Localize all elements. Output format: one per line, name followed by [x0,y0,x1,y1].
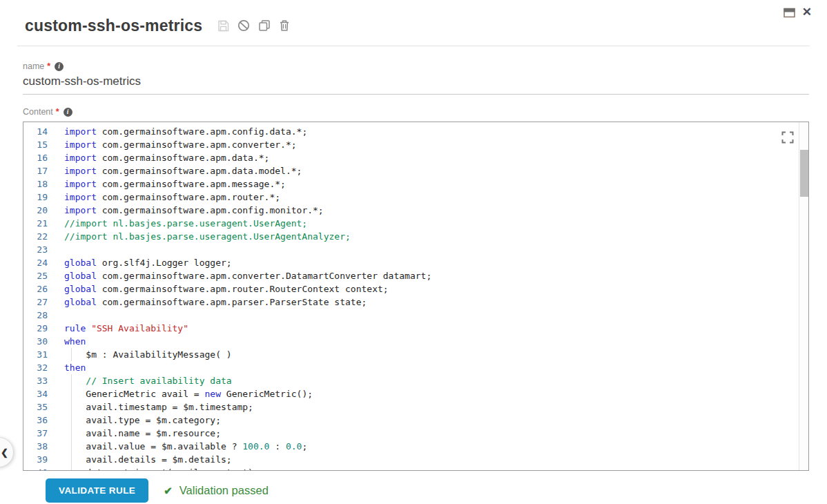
code-line[interactable]: 39 avail.details = $m.details; [23,453,808,466]
line-number: 37 [23,427,48,440]
code-text: avail.name = $m.resource; [64,428,221,438]
code-line[interactable]: 16import com.germainsoftware.apm.data.*; [23,151,808,164]
header: custom-ssh-os-metrics [0,0,827,35]
line-number: 21 [23,217,48,230]
code-text: import com.germainsoftware.apm.message.*… [64,179,286,189]
disable-icon[interactable] [237,19,250,35]
chevron-left-icon: ❮ [1,447,8,458]
line-number: 20 [23,204,48,217]
code-text: datamart.insert(avail, context); [64,467,259,471]
code-text: global org.slf4j.Logger logger; [64,258,232,268]
code-text: import com.germainsoftware.apm.data.*; [64,153,269,163]
line-number: 28 [23,309,48,322]
code-line[interactable]: 14import com.germainsoftware.apm.config.… [23,125,808,138]
code-text: avail.value = $m.available ? 100.0 : 0.0… [64,441,307,452]
line-number: 36 [23,414,48,427]
title-action-bar [217,19,290,35]
code-line[interactable]: 18import com.germainsoftware.apm.message… [23,177,808,191]
code-text: import com.germainsoftware.apm.config.da… [64,126,307,137]
code-line[interactable]: 21//import nl.basjes.parse.useragent.Use… [23,217,808,230]
copy-icon[interactable] [258,19,271,35]
code-text: avail.type = $m.category; [64,415,221,425]
code-line[interactable]: 30when [23,335,808,348]
line-number: 32 [23,361,48,374]
code-text: when [64,336,86,347]
line-number: 24 [23,256,48,269]
line-number: 26 [23,282,48,295]
code-line[interactable]: 15import com.germainsoftware.apm.convert… [23,138,808,151]
line-number: 29 [23,322,48,335]
required-asterisk: * [56,107,59,117]
code-text: //import nl.basjes.parse.useragent.UserA… [64,218,307,229]
code-line[interactable]: 27global com.germainsoftware.apm.parser.… [23,295,808,309]
save-icon[interactable] [217,20,229,35]
name-label-text: name [23,61,44,71]
code-line[interactable]: 33 // Insert availability data [23,374,808,387]
code-line[interactable]: 37 avail.name = $m.resource; [23,427,808,440]
code-text: import com.germainsoftware.apm.config.mo… [64,205,324,215]
line-number: 39 [23,453,48,466]
code-line[interactable]: 40 datamart.insert(avail, context); [23,466,808,471]
window-controls: ✕ [784,7,812,18]
code-line[interactable]: 29rule "SSH Availability" [23,322,808,335]
line-number: 30 [23,335,48,348]
editor-scrollbar[interactable] [799,122,808,470]
name-info-icon[interactable]: i [55,62,64,71]
required-asterisk: * [47,61,50,71]
code-line[interactable]: 34 GenericMetric avail = new GenericMetr… [23,387,808,400]
code-lines[interactable]: 14import com.germainsoftware.apm.config.… [23,122,808,471]
line-number: 23 [23,243,48,256]
name-input[interactable] [23,71,809,95]
code-line[interactable]: 36 avail.type = $m.category; [23,414,808,427]
code-text: import com.germainsoftware.apm.converter… [64,139,297,150]
close-icon[interactable]: ✕ [802,7,812,18]
line-number: 22 [23,230,48,243]
code-text: GenericMetric avail = new GenericMetric(… [64,389,313,399]
page-title: custom-ssh-os-metrics [25,17,202,35]
content-label-text: Content [23,107,53,117]
line-number: 34 [23,387,48,400]
code-line[interactable]: 25global com.germainsoftware.apm.convert… [23,269,808,282]
code-text: rule "SSH Availability" [64,323,188,333]
scrollbar-thumb[interactable] [800,150,808,197]
code-line[interactable]: 35 avail.timestamp = $m.timestamp; [23,400,808,414]
window-maximize-icon[interactable] [784,8,795,18]
content-info-icon[interactable]: i [64,108,72,117]
code-line[interactable]: 31 $m : AvailabilityMessage( ) [23,348,808,361]
line-number: 27 [23,295,48,309]
line-number: 31 [23,348,48,361]
code-text: // Insert availability data [64,376,232,386]
header-divider [17,46,810,46]
line-number: 16 [23,151,48,164]
code-line[interactable]: 20import com.germainsoftware.apm.config.… [23,204,808,217]
code-line[interactable]: 23 [23,243,808,256]
code-text: global com.germainsoftware.apm.router.Ro… [64,284,389,294]
line-number: 17 [23,164,48,177]
line-number: 15 [23,138,48,151]
code-line[interactable]: 22//import nl.basjes.parse.useragent.Use… [23,230,808,243]
code-text: //import nl.basjes.parse.useragent.UserA… [64,231,351,242]
line-number: 14 [23,125,48,138]
code-text: import com.germainsoftware.apm.data.mode… [64,166,302,176]
code-text: global com.germainsoftware.apm.converter… [64,271,431,281]
code-text: import com.germainsoftware.apm.router.*; [64,192,280,202]
code-text: then [64,362,86,373]
fullscreen-icon[interactable] [781,131,794,146]
code-line[interactable]: 24global org.slf4j.Logger logger; [23,256,808,269]
code-editor[interactable]: 14import com.germainsoftware.apm.config.… [23,122,809,471]
code-text: avail.timestamp = $m.timestamp; [64,402,253,412]
code-line[interactable]: 19import com.germainsoftware.apm.router.… [23,191,808,204]
footer: VALIDATE RULE ✔ Validation passed [46,478,791,503]
code-line[interactable]: 38 avail.value = $m.available ? 100.0 : … [23,440,808,453]
code-line[interactable]: 32then [23,361,808,374]
code-line[interactable]: 28 [23,309,808,322]
validate-rule-button[interactable]: VALIDATE RULE [46,478,148,503]
code-line[interactable]: 26global com.germainsoftware.apm.router.… [23,282,808,295]
content-field-label: Content* i [23,107,809,117]
code-line[interactable]: 17import com.germainsoftware.apm.data.mo… [23,164,808,177]
line-number: 19 [23,191,48,204]
delete-icon[interactable] [279,19,290,35]
name-field-label: name* i [23,61,809,71]
rule-form: name* i Content* i 14import com.germains… [23,61,809,503]
collapse-panel-handle[interactable]: ❮ [0,437,14,467]
